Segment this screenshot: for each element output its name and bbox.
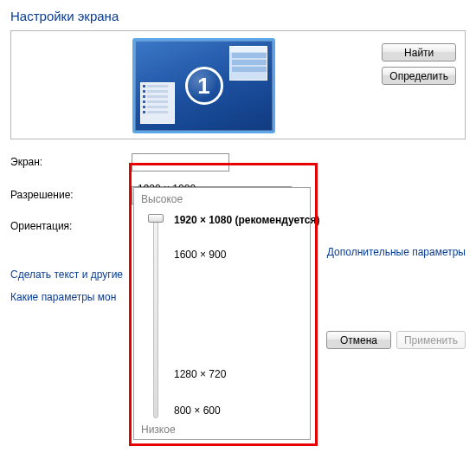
resolution-dropdown[interactable]: Высокое 1920 × 1080 (рекомендуется) 1600… bbox=[133, 187, 311, 440]
screen-label: Экран: bbox=[10, 156, 132, 168]
monitor-preview-panel: 1 Найти Определить bbox=[10, 30, 466, 139]
detect-button[interactable]: Определить bbox=[382, 67, 456, 85]
resolution-option[interactable]: 1920 × 1080 (рекомендуется) bbox=[174, 214, 319, 226]
monitor-number: 1 bbox=[185, 67, 223, 105]
resolution-low-caption: Низкое bbox=[141, 424, 176, 436]
screen-input[interactable] bbox=[132, 153, 229, 171]
text-size-link[interactable]: Сделать текст и другие bbox=[10, 269, 123, 281]
orientation-label: Ориентация: bbox=[10, 220, 132, 232]
resolution-option[interactable]: 1280 × 720 bbox=[174, 368, 226, 380]
page-title: Настройки экрана bbox=[10, 9, 466, 23]
resolution-slider-track[interactable] bbox=[153, 217, 158, 418]
resolution-slider-thumb[interactable] bbox=[148, 214, 164, 223]
preview-window-icon bbox=[140, 82, 175, 124]
preview-window-icon bbox=[229, 46, 267, 81]
monitor-1[interactable]: 1 bbox=[132, 38, 275, 133]
resolution-high-caption: Высокое bbox=[141, 193, 303, 205]
which-params-link[interactable]: Какие параметры мон bbox=[10, 291, 116, 303]
resolution-option[interactable]: 800 × 600 bbox=[174, 404, 221, 417]
resolution-label: Разрешение: bbox=[10, 189, 132, 201]
advanced-settings-link[interactable]: Дополнительные параметры bbox=[327, 246, 466, 258]
resolution-option[interactable]: 1600 × 900 bbox=[174, 249, 226, 261]
cancel-button[interactable]: Отмена bbox=[326, 331, 391, 349]
find-button[interactable]: Найти bbox=[382, 43, 456, 61]
apply-button: Применить bbox=[396, 331, 466, 349]
